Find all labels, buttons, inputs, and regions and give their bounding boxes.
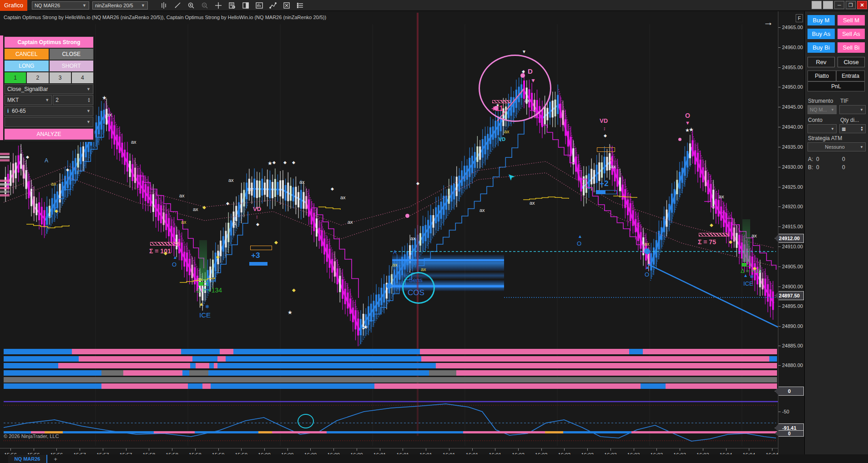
qty-button-3[interactable]: 3	[50, 72, 71, 83]
minimize-button[interactable]: ─	[834, 1, 844, 9]
chevron-down-icon: ▼	[141, 3, 145, 8]
price-tick: 24890.00	[778, 323, 804, 329]
close-position-button[interactable]: Close	[838, 57, 865, 67]
oscillator-tick: -50	[778, 408, 804, 415]
window-button-extra2[interactable]	[823, 1, 833, 9]
empty-dropdown[interactable]: ▼	[5, 117, 93, 127]
price-tick: 24920.00	[778, 203, 804, 210]
quantity-stepper[interactable]: 2 ▲▼	[53, 95, 93, 105]
drawing-tools-icon[interactable]	[172, 1, 183, 10]
tif-label: TIF	[840, 98, 848, 104]
go-to-end-arrow-icon[interactable]: →	[763, 16, 773, 28]
close-button-strategy[interactable]: CLOSE	[50, 49, 94, 60]
piatto-button[interactable]: Piatto	[807, 70, 836, 81]
window-button-extra1[interactable]	[812, 1, 822, 9]
buy-bid-button[interactable]: Buy Bi	[807, 42, 835, 53]
sell-bid-button[interactable]: Sell Bi	[838, 42, 865, 53]
tif-dropdown[interactable]: ▼	[839, 105, 866, 114]
long-button[interactable]: LONG	[5, 60, 49, 71]
period-dropdown[interactable]: ninZaRenko 20/5▼	[92, 1, 148, 10]
price-tick: 24905.00	[778, 263, 804, 270]
panel-accent-strip	[0, 35, 3, 140]
price-tick: 24965.00	[778, 24, 804, 30]
chevron-down-icon: ▼	[831, 108, 834, 112]
price-tick: 24960.00	[778, 44, 804, 50]
chevron-down-icon: ▼	[860, 145, 863, 149]
indicators-icon[interactable]	[253, 1, 265, 10]
short-button[interactable]: SHORT	[50, 60, 94, 71]
trendline-icon[interactable]	[267, 1, 279, 10]
chevron-down-icon: ▼	[82, 3, 86, 8]
zoom-in-icon[interactable]	[185, 1, 197, 10]
price-tick: 24910.00	[778, 243, 804, 250]
properties-list-icon[interactable]	[294, 1, 306, 10]
a-row-label: A: 0	[808, 156, 819, 162]
chart-canvas[interactable]: D▼+11▼◆★axaxVD➤VD↕◆VD↕◆O▼★SensCOSΣ = 101…	[0, 11, 778, 455]
cancel-button[interactable]: CANCEL	[5, 49, 49, 60]
stripe-row	[4, 377, 777, 382]
zoom-out-icon[interactable]	[199, 1, 211, 10]
crosshair-icon[interactable]	[212, 1, 224, 10]
pnl-display: PnL	[807, 81, 865, 91]
price-tick: 24940.00	[778, 124, 804, 130]
stepper-arrows-icon[interactable]: ▲▼	[860, 126, 863, 131]
price-bars	[5, 70, 774, 346]
panel-layout-icon[interactable]	[240, 1, 252, 10]
chart-style-icon[interactable]	[158, 1, 170, 10]
qty-button-2[interactable]: 2	[27, 72, 48, 83]
conto-label: Conto	[808, 117, 823, 123]
sell-market-button[interactable]: Sell M	[838, 15, 865, 25]
strategy-analyzer-icon[interactable]	[281, 1, 293, 10]
close-button[interactable]: ✕	[857, 1, 867, 9]
chart-title: Captain Optimus Strong by HelloWin.io (N…	[4, 15, 326, 20]
copyright-text: © 2026 NinjaTrader, LLC	[4, 433, 59, 439]
instrument-dropdown[interactable]: NQ MAR26▼	[32, 1, 89, 10]
price-tick: 24945.00	[778, 104, 804, 110]
price-tick: 24885.00	[778, 342, 804, 349]
range-dropdown[interactable]: i 60-65 ▼	[5, 106, 93, 116]
chevron-down-icon: ▼	[86, 87, 91, 91]
chevron-down-icon: ▼	[860, 108, 863, 112]
qty-stepper[interactable]: ▦ ▲▼	[839, 124, 866, 133]
price-tick: 24895.00	[778, 303, 804, 309]
qty-button-4[interactable]: 4	[72, 72, 93, 83]
info-icon: i	[7, 108, 9, 114]
order-type-dropdown[interactable]: MKT▼	[5, 95, 52, 105]
signal-dropdown[interactable]: Close_SignalBar▼	[5, 84, 93, 94]
tab-nq-mar26[interactable]: NQ MAR26	[8, 455, 47, 463]
strategy-header: Captain Optimus Strong	[5, 37, 93, 48]
reverse-button[interactable]: Rev	[807, 57, 835, 67]
axis-focus-label[interactable]: F	[796, 14, 803, 22]
strumento-label: Strumento	[808, 98, 833, 104]
stripe-row	[4, 356, 777, 362]
conto-dropdown[interactable]: ▼	[807, 124, 837, 133]
price-tick: 24955.00	[778, 64, 804, 70]
b-row-label: B: 0	[808, 164, 819, 171]
price-tick: 24935.00	[778, 144, 804, 150]
analyze-button[interactable]: ANALYZE	[5, 129, 93, 140]
price-tick: 24925.00	[778, 184, 804, 190]
price-tick: 24915.00	[778, 223, 804, 230]
chevron-down-icon: ▼	[45, 98, 49, 102]
price-marker: 24912.00	[775, 234, 804, 243]
data-series-icon[interactable]	[226, 1, 238, 10]
stripe-row	[4, 349, 777, 354]
qty-button-1[interactable]: 1	[5, 72, 26, 83]
strumento-dropdown[interactable]: NQ M...▼	[807, 105, 837, 114]
order-entry-panel: Buy M Sell M Buy As Sell As Buy Bi Sell …	[804, 11, 868, 463]
stripe-row	[4, 383, 777, 389]
sell-ask-button[interactable]: Sell As	[838, 29, 865, 39]
buy-market-button[interactable]: Buy M	[807, 15, 835, 25]
strategy-control-panel: Captain Optimus Strong CANCEL CLOSE LONG…	[0, 35, 95, 142]
buy-ask-button[interactable]: Buy As	[807, 29, 835, 39]
oscillator-marker: 0	[775, 387, 804, 396]
oscillator-marker: 0	[775, 430, 804, 437]
atm-strategy-dropdown[interactable]: Nessuno▼	[807, 142, 866, 151]
price-axis[interactable]: F 24965.0024960.0024955.0024950.0024945.…	[778, 11, 804, 455]
entrata-button[interactable]: Entrata	[836, 70, 865, 81]
stepper-arrows-icon[interactable]: ▲▼	[87, 97, 91, 103]
add-tab-button[interactable]: +	[51, 455, 60, 463]
chevron-down-icon: ▼	[86, 109, 91, 113]
chevron-down-icon: ▼	[831, 127, 834, 131]
maximize-button[interactable]: ❐	[846, 1, 856, 9]
